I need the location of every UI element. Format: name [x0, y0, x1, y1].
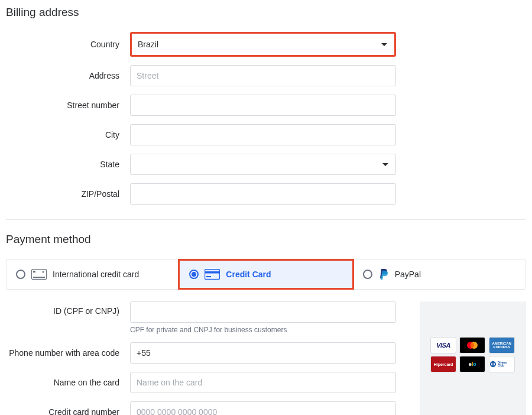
payment-method-title: Payment method [6, 233, 526, 246]
payment-form: ID (CPF or CNPJ) CPF for private and CNP… [6, 301, 408, 415]
city-label: City [6, 130, 130, 140]
address-row: Address [6, 65, 526, 86]
country-select-highlight: Brazil [130, 32, 396, 57]
name-on-card-row: Name on the card [6, 372, 408, 393]
state-row: State [6, 154, 526, 175]
id-input[interactable] [130, 301, 396, 323]
tab-paypal[interactable]: PayPal [353, 260, 525, 289]
street-number-input[interactable] [130, 95, 396, 116]
amex-logo: AMERICAN EXPRESS [489, 337, 515, 354]
credit-card-icon [31, 269, 47, 280]
svg-rect-11 [492, 361, 494, 367]
city-row: City [6, 124, 526, 145]
id-label: ID (CPF or CNPJ) [6, 301, 130, 316]
paypal-icon [378, 268, 389, 280]
street-number-label: Street number [6, 100, 130, 110]
section-divider [6, 219, 526, 220]
address-input[interactable] [130, 65, 396, 86]
svg-rect-4 [205, 270, 220, 280]
phone-label: Phone number with area code [6, 348, 130, 358]
svg-rect-1 [33, 271, 35, 273]
name-on-card-label: Name on the card [6, 378, 130, 387]
svg-point-2 [43, 271, 44, 273]
name-on-card-input[interactable] [130, 372, 396, 393]
phone-row: Phone number with area code [6, 342, 408, 364]
chevron-down-icon [382, 163, 388, 166]
tab-paypal-label: PayPal [395, 270, 421, 279]
payment-method-tabs: International credit card Credit Card Pa… [6, 259, 526, 290]
id-helper-text: CPF for private and CNPJ for business cu… [130, 326, 396, 334]
id-row: ID (CPF or CNPJ) CPF for private and CNP… [6, 301, 408, 334]
zip-row: ZIP/Postal [6, 183, 526, 205]
elo-logo: elo [459, 356, 485, 372]
svg-rect-3 [33, 277, 45, 278]
svg-rect-6 [206, 276, 211, 277]
radio-icon [363, 270, 372, 279]
accepted-cards-box: VISA AMERICAN EXPRESS Hipercard elo Dine… [420, 301, 526, 415]
svg-rect-5 [205, 271, 220, 274]
state-label: State [6, 160, 130, 169]
diners-club-logo: Diners Club [489, 356, 515, 372]
chevron-down-icon [381, 43, 387, 46]
phone-input[interactable] [130, 342, 396, 364]
state-select[interactable] [130, 154, 396, 175]
hipercard-logo: Hipercard [430, 356, 456, 372]
tab-intl-label: International credit card [53, 270, 139, 279]
radio-icon [16, 270, 25, 279]
country-label: Country [6, 40, 130, 49]
tab-credit-card[interactable]: Credit Card [178, 259, 353, 290]
card-logos-grid: VISA AMERICAN EXPRESS Hipercard elo Dine… [430, 337, 515, 372]
country-select-value: Brazil [138, 40, 158, 49]
zip-input[interactable] [130, 183, 396, 205]
billing-address-title: Billing address [6, 6, 526, 19]
radio-icon [189, 270, 199, 279]
visa-logo: VISA [430, 337, 456, 354]
tab-international-card[interactable]: International credit card [7, 260, 179, 289]
card-number-input[interactable] [130, 401, 396, 415]
payment-body: ID (CPF or CNPJ) CPF for private and CNP… [6, 301, 526, 415]
card-number-label: Credit card number [6, 407, 130, 415]
country-select[interactable]: Brazil [132, 34, 394, 55]
country-row: Country Brazil [6, 32, 526, 57]
credit-card-icon [205, 269, 220, 280]
card-number-row: Credit card number [6, 401, 408, 415]
zip-label: ZIP/Postal [6, 189, 130, 199]
city-input[interactable] [130, 124, 396, 145]
street-number-row: Street number [6, 95, 526, 116]
tab-credit-label: Credit Card [226, 270, 271, 279]
address-label: Address [6, 71, 130, 80]
mastercard-logo [459, 337, 485, 354]
